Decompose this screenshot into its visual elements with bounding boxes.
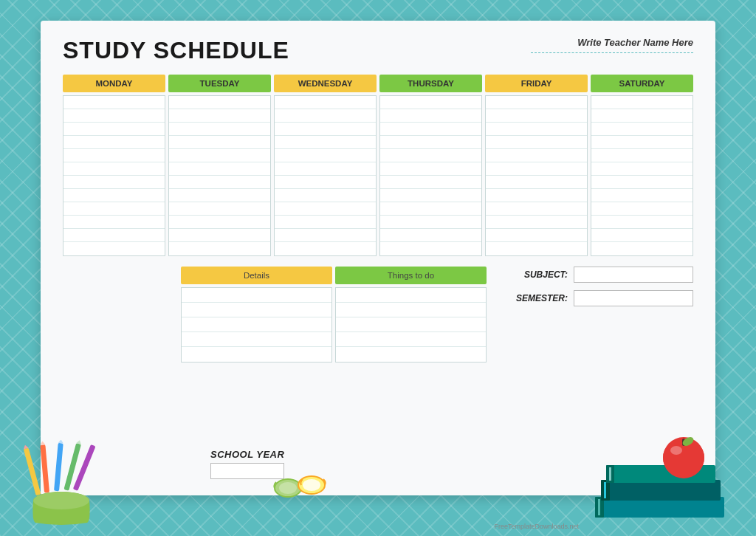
schedule-line[interactable] bbox=[169, 136, 270, 149]
schedule-line[interactable] bbox=[486, 136, 587, 149]
schedule-line[interactable] bbox=[63, 96, 165, 109]
schedule-line[interactable] bbox=[275, 162, 376, 176]
schedule-line[interactable] bbox=[63, 176, 165, 189]
schedule-line[interactable] bbox=[486, 229, 587, 242]
schedule-line[interactable] bbox=[486, 162, 587, 176]
schedule-line[interactable] bbox=[380, 202, 481, 216]
schedule-line[interactable] bbox=[591, 189, 693, 202]
schedule-line[interactable] bbox=[63, 123, 165, 136]
schedule-line[interactable] bbox=[380, 136, 481, 149]
schedule-body bbox=[63, 95, 693, 256]
detail-line[interactable] bbox=[182, 303, 331, 317]
teacher-label: Write Teacher Name Here bbox=[531, 37, 693, 48]
schedule-line[interactable] bbox=[591, 216, 693, 229]
schedule-line[interactable] bbox=[591, 109, 693, 123]
schedule-line[interactable] bbox=[380, 149, 481, 162]
info-section: SUBJECT: SEMESTER: bbox=[501, 267, 693, 314]
detail-line[interactable] bbox=[182, 317, 331, 332]
schedule-line[interactable] bbox=[380, 109, 481, 123]
schedule-line[interactable] bbox=[275, 242, 376, 255]
schedule-line[interactable] bbox=[486, 242, 587, 255]
schedule-line[interactable] bbox=[486, 123, 587, 136]
schedule-line[interactable] bbox=[591, 96, 693, 109]
schedule-line[interactable] bbox=[275, 136, 376, 149]
schedule-line[interactable] bbox=[169, 229, 270, 242]
schedule-line[interactable] bbox=[380, 216, 481, 229]
teacher-name-line bbox=[531, 52, 693, 53]
schedule-line[interactable] bbox=[486, 149, 587, 162]
schedule-line[interactable] bbox=[591, 136, 693, 149]
schedule-line[interactable] bbox=[63, 242, 165, 255]
schedule-line[interactable] bbox=[591, 202, 693, 216]
todo-line[interactable] bbox=[336, 288, 486, 303]
schedule-line[interactable] bbox=[486, 189, 587, 202]
svg-rect-2 bbox=[40, 444, 49, 492]
school-year-label: SCHOOL YEAR bbox=[210, 449, 284, 460]
schedule-line[interactable] bbox=[63, 189, 165, 202]
schedule-line[interactable] bbox=[591, 123, 693, 136]
schedule-line[interactable] bbox=[169, 176, 270, 189]
todo-line[interactable] bbox=[336, 347, 486, 362]
detail-line[interactable] bbox=[182, 347, 331, 362]
schedule-line[interactable] bbox=[169, 123, 270, 136]
schedule-line[interactable] bbox=[486, 202, 587, 216]
schedule-line[interactable] bbox=[380, 123, 481, 136]
schedule-line[interactable] bbox=[63, 216, 165, 229]
schedule-line[interactable] bbox=[486, 96, 587, 109]
day-tuesday: TUESDAY bbox=[168, 75, 271, 92]
schedule-grid: MONDAY TUESDAY WEDNESDAY THURSDAY FRIDAY… bbox=[63, 75, 693, 256]
schedule-line[interactable] bbox=[380, 242, 481, 255]
pencil-cup-decoration bbox=[13, 440, 109, 529]
schedule-line[interactable] bbox=[169, 242, 270, 255]
schedule-line[interactable] bbox=[169, 216, 270, 229]
detail-line[interactable] bbox=[182, 332, 331, 347]
todo-line[interactable] bbox=[336, 303, 486, 317]
schedule-line[interactable] bbox=[63, 136, 165, 149]
schedule-line[interactable] bbox=[275, 229, 376, 242]
schedule-line[interactable] bbox=[63, 149, 165, 162]
schedule-line[interactable] bbox=[63, 202, 165, 216]
schedule-line[interactable] bbox=[169, 162, 270, 176]
teacher-section: Write Teacher Name Here bbox=[531, 37, 693, 53]
schedule-line[interactable] bbox=[169, 109, 270, 123]
schedule-line[interactable] bbox=[486, 216, 587, 229]
schedule-line[interactable] bbox=[275, 123, 376, 136]
schedule-line[interactable] bbox=[63, 162, 165, 176]
details-todo-section: Details Things to do bbox=[181, 267, 487, 363]
schedule-line[interactable] bbox=[275, 109, 376, 123]
friday-column bbox=[485, 95, 588, 256]
subject-input[interactable] bbox=[574, 267, 693, 283]
svg-point-10 bbox=[33, 492, 89, 509]
schedule-line[interactable] bbox=[169, 189, 270, 202]
schedule-line[interactable] bbox=[591, 229, 693, 242]
schedule-line[interactable] bbox=[275, 189, 376, 202]
schedule-line[interactable] bbox=[275, 176, 376, 189]
day-friday: FRIDAY bbox=[485, 75, 588, 92]
schedule-line[interactable] bbox=[380, 176, 481, 189]
schedule-line[interactable] bbox=[380, 162, 481, 176]
schedule-line[interactable] bbox=[275, 216, 376, 229]
semester-input[interactable] bbox=[574, 290, 693, 306]
schedule-line[interactable] bbox=[486, 176, 587, 189]
schedule-line[interactable] bbox=[169, 202, 270, 216]
schedule-line[interactable] bbox=[63, 109, 165, 123]
schedule-line[interactable] bbox=[380, 229, 481, 242]
schedule-line[interactable] bbox=[380, 96, 481, 109]
schedule-line[interactable] bbox=[169, 96, 270, 109]
schedule-line[interactable] bbox=[169, 149, 270, 162]
schedule-line[interactable] bbox=[380, 189, 481, 202]
schedule-line[interactable] bbox=[591, 176, 693, 189]
schedule-line[interactable] bbox=[275, 202, 376, 216]
schedule-line[interactable] bbox=[275, 96, 376, 109]
svg-rect-19 bbox=[609, 467, 611, 481]
schedule-line[interactable] bbox=[63, 229, 165, 242]
schedule-line[interactable] bbox=[591, 242, 693, 255]
todo-line[interactable] bbox=[336, 332, 486, 347]
schedule-line[interactable] bbox=[591, 162, 693, 176]
schedule-line[interactable] bbox=[275, 149, 376, 162]
schedule-line[interactable] bbox=[486, 109, 587, 123]
todo-line[interactable] bbox=[336, 317, 486, 332]
detail-line[interactable] bbox=[182, 288, 331, 303]
schedule-line[interactable] bbox=[591, 149, 693, 162]
svg-marker-3 bbox=[40, 441, 45, 445]
